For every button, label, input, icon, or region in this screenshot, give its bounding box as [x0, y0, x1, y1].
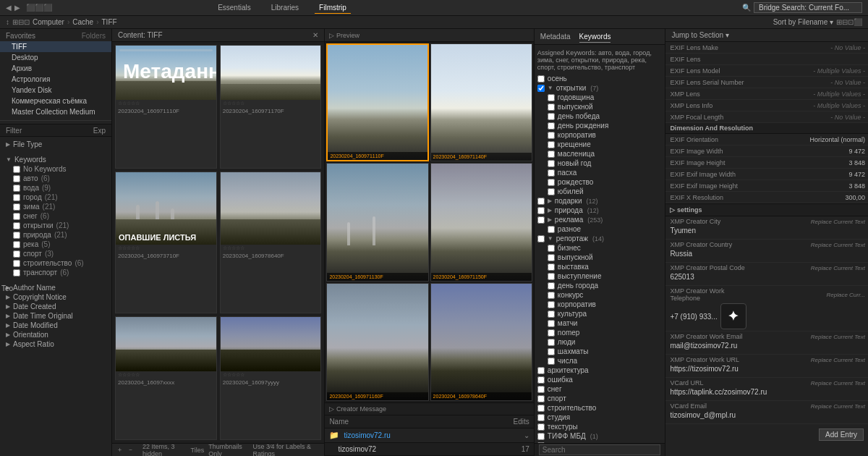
tab-keywords[interactable]: Keywords: [579, 31, 611, 43]
avto-check[interactable]: [13, 175, 20, 182]
file-thumb-5[interactable]: ☆☆☆☆☆ 20230204_16097xxxx: [115, 316, 217, 440]
file-thumb-3[interactable]: ОПАВШИЕ ЛИСТЬЯ ☆☆☆☆☆ 20230204_160973710F: [115, 172, 217, 313]
kw-maslenica-check[interactable]: [548, 151, 555, 158]
kw-biznes-check[interactable]: [548, 245, 555, 252]
kw-yubilei-check[interactable]: [548, 188, 555, 195]
filter-copyright[interactable]: ▶ Copyright Notice: [0, 292, 111, 302]
kw-rozhdestvo-check[interactable]: [548, 179, 555, 186]
kw-konkurs-check[interactable]: [548, 292, 555, 299]
sidebar-item-astro[interactable]: Астрология: [0, 74, 111, 85]
preview-cell-1[interactable]: 20230204_160971110F: [326, 43, 428, 161]
sort-by-filename[interactable]: Sort by Filename ▾: [773, 18, 833, 26]
sidebar-item-commercial[interactable]: Коммерческая съёмка: [0, 96, 111, 106]
kw-kultura-check[interactable]: [548, 311, 555, 318]
path-cache[interactable]: Cache: [72, 18, 93, 26]
file-thumb-1[interactable]: Метаданные ☆☆☆☆☆ 20230204_160971110F: [115, 45, 217, 169]
kw-novyi-god-check[interactable]: [548, 160, 555, 167]
kw-tiff-mbd-check[interactable]: [537, 433, 545, 440]
close-content-icon[interactable]: ✕: [312, 31, 318, 39]
tab-metadata[interactable]: Metadata: [540, 31, 571, 42]
sidebar-item-yandex[interactable]: Yandex Disk: [0, 85, 111, 96]
kw-otkrytki-check[interactable]: [537, 85, 545, 92]
file-thumb-2[interactable]: ☆☆☆☆☆ 20230204_160971170F: [220, 45, 322, 169]
kw-reklama-check[interactable]: [537, 216, 545, 224]
kw-den-rozhdeniya-check[interactable]: [548, 122, 555, 130]
preview-cell-5[interactable]: 20230204_160971160F: [326, 283, 428, 401]
voda-check[interactable]: [13, 185, 20, 192]
kw-vystavka-check[interactable]: [548, 263, 555, 271]
kw-sport2-check[interactable]: [537, 395, 545, 402]
kw-lyudi-check[interactable]: [548, 339, 555, 346]
add-icon[interactable]: ＋: [116, 445, 123, 455]
kw-vypusknoj-check[interactable]: [548, 104, 555, 111]
tab-filmstrip[interactable]: Filmstrip: [315, 2, 351, 14]
kw-studiya-check[interactable]: [537, 414, 545, 421]
kw-stroitelstvo2-check[interactable]: [537, 405, 545, 412]
kw-chisla-check[interactable]: [548, 358, 555, 365]
kw-raznoe-check[interactable]: [548, 226, 555, 233]
filter-date-modified[interactable]: ▶ Date Modified: [0, 321, 111, 330]
kw-korporativ-check[interactable]: [548, 132, 555, 139]
kw-priroda-check[interactable]: [537, 207, 545, 214]
sidebar-item-master[interactable]: Master Collection Medium: [0, 106, 111, 117]
otkrytki-check[interactable]: [13, 222, 20, 229]
no-keywords-check[interactable]: [13, 166, 20, 173]
sneg-check[interactable]: [13, 213, 20, 220]
filter-orientation[interactable]: ▶ Orientation: [0, 330, 111, 339]
sport-check[interactable]: [13, 250, 20, 258]
kw-godovshhina-check[interactable]: [548, 94, 555, 101]
sidebar-item-archive[interactable]: Архив: [0, 63, 111, 74]
folder-url[interactable]: tizosimov72.ru: [344, 431, 390, 439]
preview-cell-6[interactable]: 20230204_160978640F: [430, 283, 532, 401]
zima-check[interactable]: [13, 203, 20, 211]
preview-cell-4[interactable]: 20230204_160971150F: [430, 163, 532, 281]
kw-arkhitektura-check[interactable]: [537, 367, 545, 374]
stroitelstvo-check[interactable]: [13, 260, 20, 267]
tab-essentials[interactable]: Essentials: [213, 2, 255, 14]
kw-podarki-check[interactable]: [537, 198, 545, 205]
filter-date-original[interactable]: ▶ Date Time Original: [0, 311, 111, 321]
path-computer[interactable]: Computer: [33, 18, 64, 26]
file-thumb-6[interactable]: ☆☆☆☆☆ 20230204_16097yyyy: [220, 316, 322, 440]
kw-vystuplenie-check[interactable]: [548, 273, 555, 280]
kw-kreshhenie-check[interactable]: [548, 141, 555, 148]
forward-icon[interactable]: ▶: [14, 4, 20, 12]
expand-icon[interactable]: ⌄: [524, 431, 529, 439]
path-tiff[interactable]: TIFF: [102, 18, 117, 26]
filter-date-created[interactable]: ▶ Date Created: [0, 302, 111, 311]
kw-den-goroda-check[interactable]: [548, 282, 555, 290]
kw-search-input[interactable]: [539, 444, 661, 455]
kw-shakhmaty-check[interactable]: [548, 348, 555, 355]
filter-author[interactable]: ▶ Author Name: [0, 283, 111, 292]
reka-check[interactable]: [13, 241, 20, 248]
kw-reportazh-check[interactable]: [537, 235, 545, 242]
preview-cell-2[interactable]: 20230204_160971140F: [430, 43, 532, 161]
filter-filetype-item[interactable]: ▶ File Type: [0, 140, 111, 149]
gorod-check[interactable]: [13, 194, 20, 201]
kw-nomer-check[interactable]: [548, 329, 555, 337]
filter-aspect[interactable]: ▶ Aspect Ratio: [0, 339, 111, 349]
kw-otkrytki: ▼ открытки (7): [537, 83, 663, 93]
transport-check[interactable]: [13, 269, 20, 276]
kw-osen-check[interactable]: [537, 75, 545, 83]
kw-matchi-check[interactable]: [548, 320, 555, 327]
kw-pasha-check[interactable]: [548, 169, 555, 177]
sidebar-item-desktop[interactable]: Desktop: [0, 52, 111, 63]
priroda-check[interactable]: [13, 232, 20, 239]
filter-keywords-item[interactable]: ▼ Keywords: [0, 155, 111, 164]
kw-sneg2-check[interactable]: [537, 386, 545, 393]
kw-tekstury-check[interactable]: [537, 423, 545, 431]
sidebar-item-tiff[interactable]: TIFF: [0, 41, 111, 52]
search-input[interactable]: [754, 2, 862, 13]
add-entry-button[interactable]: Add Entry: [819, 428, 864, 441]
minus-icon[interactable]: －: [127, 445, 134, 455]
jump-to-section[interactable]: Jump to Section ▾: [671, 31, 728, 39]
kw-oshibka-check[interactable]: [537, 376, 545, 384]
tab-libraries[interactable]: Libraries: [267, 2, 303, 14]
file-thumb-4[interactable]: ☆☆☆☆☆ 20230204_160978640F: [220, 172, 322, 313]
preview-cell-3[interactable]: 20230204_160971130F: [326, 163, 428, 281]
kw-korporativ2-check[interactable]: [548, 301, 555, 308]
kw-vypusknoj2-check[interactable]: [548, 254, 555, 261]
kw-den-pobedy-check[interactable]: [548, 113, 555, 120]
back-icon[interactable]: ◀: [6, 4, 12, 12]
